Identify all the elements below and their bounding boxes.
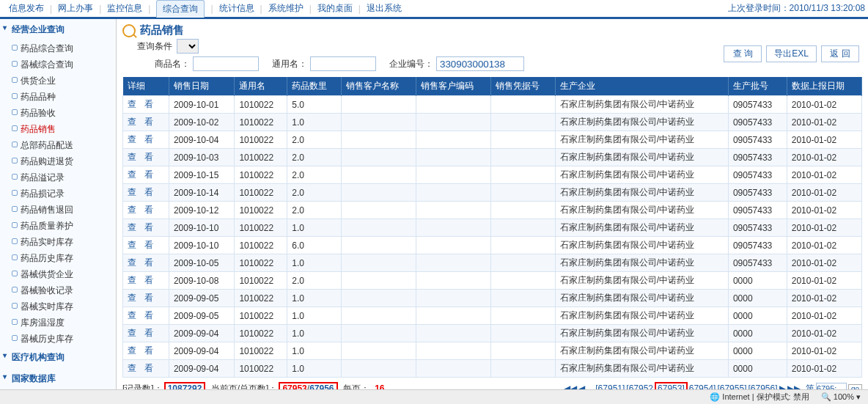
nav-item[interactable]: 我的桌面 [317, 2, 353, 15]
view-link[interactable]: 查 看 [128, 169, 156, 180]
export-button[interactable]: 导出EXL [766, 45, 817, 62]
nav-item[interactable]: 系统维护 [268, 2, 304, 15]
page-ellipsis: ... [586, 383, 594, 389]
col-header: 通用名 [235, 77, 287, 96]
condition-select[interactable] [177, 39, 199, 54]
sidebar-item[interactable]: 药品质量养护 [0, 218, 116, 234]
input-code[interactable] [436, 56, 524, 71]
col-header: 销售客户编码 [416, 77, 490, 96]
view-link[interactable]: 查 看 [128, 363, 156, 373]
sidebar-item[interactable]: 药品销售 [0, 121, 116, 137]
sidebar: 经营企业查询药品综合查询器械综合查询供货企业药品品种药品验收药品销售总部药品配送… [0, 19, 117, 389]
view-link[interactable]: 查 看 [128, 205, 156, 215]
view-link[interactable]: 查 看 [128, 328, 156, 338]
goto-button[interactable]: go [848, 384, 862, 390]
nav-item[interactable]: 统计信息 [219, 2, 254, 15]
search-icon [122, 24, 136, 37]
pager: [记录数]： 1087292 当前页/总页数]： 67953/67956 每页：… [122, 382, 862, 389]
search-button[interactable]: 查 询 [724, 45, 762, 62]
input-generic[interactable] [310, 56, 376, 71]
goto-input[interactable] [816, 383, 847, 389]
sidebar-item[interactable]: 器械综合查询 [0, 56, 116, 73]
view-link[interactable]: 查 看 [128, 240, 156, 250]
sidebar-item[interactable]: 供货企业 [0, 73, 116, 89]
nav-item[interactable]: 综合查询 [156, 0, 205, 18]
table-row: 查 看2009-10-0210100221.0石家庄制药集团有限公司/中诺药业0… [123, 114, 862, 131]
first-page-icon[interactable]: ◀◀ [564, 383, 577, 389]
last-page-icon[interactable]: ▶▶ [787, 383, 801, 389]
nav-item[interactable]: 退出系统 [367, 2, 402, 15]
table-row: 查 看2009-09-0510100221.0石家庄制药集团有限公司/中诺药业0… [123, 307, 862, 325]
top-nav: 信息发布|网上办事|监控信息|综合查询|统计信息|系统维护|我的桌面|退出系统 … [0, 0, 868, 19]
login-time: 上次登录时间：2010/11/3 13:20:08 [728, 2, 865, 15]
page-link[interactable]: 67954] [689, 383, 716, 389]
table-row: 查 看2009-09-0410100221.0石家庄制药集团有限公司/中诺药业0… [123, 360, 862, 378]
nav-item[interactable]: 信息发布 [9, 2, 44, 15]
view-link[interactable]: 查 看 [128, 134, 156, 144]
page-link[interactable]: [67955] [717, 383, 746, 389]
input-name[interactable] [193, 56, 259, 71]
page-current: 67953] [655, 382, 688, 389]
col-header: 药品数里 [287, 77, 341, 96]
sidebar-item[interactable]: 总部药品配送 [0, 137, 116, 153]
sidebar-item[interactable]: 库房温湿度 [0, 315, 116, 331]
view-link[interactable]: 查 看 [128, 345, 156, 356]
sidebar-item[interactable]: 药品综合查询 [0, 40, 116, 56]
content: 药品销售 查询条件 商品名： 通用名： 企业编号： 查 询 导出EXL 返 回 … [117, 19, 868, 389]
pager-right: ◀◀ ◀ ... [67951] [67952 67953] 67954] [6… [564, 382, 862, 389]
sidebar-group[interactable]: 国家数据库 [0, 368, 116, 389]
sidebar-item[interactable]: 药品溢记录 [0, 169, 116, 186]
table-row: 查 看2009-10-1210100222.0石家庄制药集团有限公司/中诺药业0… [123, 202, 862, 219]
table-row: 查 看2009-10-0110100225.0石家庄制药集团有限公司/中诺药业0… [123, 96, 862, 114]
sidebar-item[interactable]: 药品销售退回 [0, 202, 116, 218]
nav-item[interactable]: 网上办事 [58, 2, 93, 15]
view-link[interactable]: 查 看 [128, 222, 156, 232]
sidebar-item[interactable]: 器械验收记录 [0, 282, 116, 298]
table-row: 查 看2009-09-0410100221.0石家庄制药集团有限公司/中诺药业0… [123, 342, 862, 360]
sidebar-item[interactable]: 药品购进退货 [0, 153, 116, 169]
view-link[interactable]: 查 看 [128, 152, 156, 162]
label-code: 企业编号： [389, 58, 433, 70]
view-link[interactable]: 查 看 [128, 275, 156, 285]
page-link[interactable]: [67952 [626, 383, 653, 389]
col-header: 销售凭据号 [490, 77, 555, 96]
view-link[interactable]: 查 看 [128, 257, 156, 268]
page-link[interactable]: [67951] [595, 383, 625, 389]
label-generic: 通用名： [272, 58, 307, 70]
sidebar-item[interactable]: 药品验收 [0, 105, 116, 121]
col-header: 生产批号 [728, 77, 787, 96]
page-link[interactable]: [67956] [748, 383, 777, 389]
view-link[interactable]: 查 看 [128, 99, 156, 109]
sidebar-item[interactable]: 器械供货企业 [0, 266, 116, 282]
table-row: 查 看2009-10-1010100221.0石家庄制药集团有限公司/中诺药业0… [123, 219, 862, 237]
sidebar-item[interactable]: 药品实时库存 [0, 234, 116, 250]
view-link[interactable]: 查 看 [128, 187, 156, 197]
view-link[interactable]: 查 看 [128, 310, 156, 320]
sidebar-group[interactable]: 医疗机构查询 [0, 347, 116, 368]
view-link[interactable]: 查 看 [128, 117, 156, 127]
col-header: 生产企业 [555, 77, 728, 96]
table-row: 查 看2009-10-0510100221.0石家庄制药集团有限公司/中诺药业0… [123, 254, 862, 272]
sidebar-item[interactable]: 药品品种 [0, 89, 116, 105]
prev-page-icon[interactable]: ◀ [578, 383, 585, 389]
sidebar-item[interactable]: 器械历史库存 [0, 331, 116, 347]
action-buttons: 查 询 导出EXL 返 回 [724, 45, 859, 62]
sidebar-group[interactable]: 经营企业查询 [0, 19, 116, 40]
table-row: 查 看2009-10-1410100222.0石家庄制药集团有限公司/中诺药业0… [123, 184, 862, 202]
condition-label: 查询条件 [137, 40, 172, 53]
record-count: 1087292 [164, 382, 206, 389]
sidebar-item[interactable]: 药品损记录 [0, 186, 116, 202]
col-header: 数据上报日期 [787, 77, 861, 96]
view-link[interactable]: 查 看 [128, 293, 156, 303]
nav-item[interactable]: 监控信息 [107, 2, 142, 15]
next-page-icon[interactable]: ▶ [779, 383, 786, 389]
label-name: 商品名： [155, 58, 190, 70]
col-header: 销售客户名称 [341, 77, 416, 96]
table-row: 查 看2009-10-1010100226.0石家庄制药集团有限公司/中诺药业0… [123, 237, 862, 254]
per-page: 16 [375, 383, 384, 389]
back-button[interactable]: 返 回 [821, 45, 859, 62]
table-body: 查 看2009-10-0110100225.0石家庄制药集团有限公司/中诺药业0… [123, 96, 862, 378]
sidebar-item[interactable]: 器械实时库存 [0, 298, 116, 315]
sidebar-item[interactable]: 药品历史库存 [0, 250, 116, 266]
table-row: 查 看2009-10-0410100222.0石家庄制药集团有限公司/中诺药业0… [123, 131, 862, 149]
